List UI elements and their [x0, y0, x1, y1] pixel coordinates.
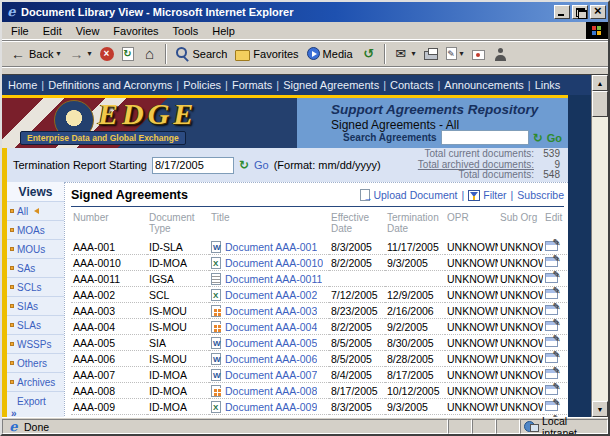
search-agreements-input[interactable] — [441, 130, 529, 145]
vertical-scrollbar[interactable]: ▲ ▼ — [591, 75, 608, 417]
document-link[interactable]: Document AAA-007 — [225, 369, 317, 381]
document-link[interactable]: Document AAA-001 — [225, 241, 317, 253]
cell-document-type: ID-MOA — [147, 367, 209, 383]
upload-document-link[interactable]: Upload Document — [360, 189, 457, 201]
cell-termination-date: 11/17/2005 — [385, 239, 445, 255]
agreements-table: NumberDocument TypeTitleEffective DateTe… — [71, 210, 567, 417]
home-button[interactable] — [138, 44, 162, 64]
refresh-button[interactable] — [118, 45, 138, 63]
cell-edit — [543, 335, 567, 351]
edit-icon[interactable] — [545, 273, 558, 283]
document-link[interactable]: Document AAA-004 — [225, 321, 317, 333]
edit-icon[interactable] — [545, 369, 558, 379]
edit-icon[interactable] — [545, 337, 558, 347]
action-label: Filter — [483, 189, 506, 201]
forward-button[interactable]: ▾ — [64, 44, 95, 64]
cell-document-type: IS-MOU — [147, 319, 209, 335]
sidebar-item-archives[interactable]: Archives — [7, 373, 64, 392]
media-button[interactable]: Media — [303, 45, 357, 62]
cell-number: AAA-006 — [71, 351, 147, 367]
browser-window: e Document Library View - Microsoft Inte… — [0, 0, 610, 436]
history-button[interactable] — [357, 44, 381, 64]
restore-button[interactable] — [572, 5, 588, 19]
edit-icon[interactable] — [545, 401, 558, 411]
sidebar-item-all[interactable]: All — [7, 202, 64, 221]
menu-help[interactable]: Help — [205, 23, 242, 39]
sidebar-export-link[interactable]: Export — [7, 392, 64, 407]
document-link[interactable]: Document AAA-009 — [225, 401, 317, 413]
edit-icon[interactable] — [545, 241, 558, 251]
print-button[interactable] — [420, 45, 442, 62]
edit-icon[interactable] — [545, 353, 558, 363]
cell-opr: UNKNOWN — [445, 255, 498, 271]
cell-edit — [543, 255, 567, 271]
minimize-button[interactable] — [554, 5, 570, 19]
stop-button[interactable] — [96, 45, 118, 63]
sidebar-more-link[interactable]: » — [7, 407, 64, 417]
edit-icon[interactable] — [545, 257, 558, 267]
edit-icon[interactable] — [545, 321, 558, 331]
dropdown-caret-icon: ▾ — [56, 49, 60, 58]
favorites-button[interactable]: Favorites — [231, 45, 302, 63]
messenger-button[interactable] — [489, 44, 513, 64]
back-icon — [10, 46, 26, 62]
sidebar-item-mous[interactable]: MOUs — [7, 240, 64, 259]
menu-favorites[interactable]: Favorites — [106, 23, 165, 39]
scroll-up-button[interactable]: ▲ — [592, 75, 608, 91]
edit-icon[interactable] — [545, 305, 558, 315]
back-button[interactable]: Back▾ — [6, 44, 64, 64]
nav-link-policies[interactable]: Policies — [183, 79, 221, 91]
filter-link[interactable]: Filter — [468, 189, 506, 201]
menu-file[interactable]: File — [4, 23, 36, 39]
search-go-link[interactable]: Go — [547, 132, 562, 144]
menu-edit[interactable]: Edit — [36, 23, 69, 39]
sidebar-item-others[interactable]: Others — [7, 354, 64, 373]
sidebar-item-wssps[interactable]: WSSPs — [7, 335, 64, 354]
document-link[interactable]: Document AAA-0011 — [225, 273, 322, 285]
nav-link-contacts[interactable]: Contacts — [390, 79, 433, 91]
scrollbar-thumb[interactable] — [592, 91, 608, 117]
nav-link-formats[interactable]: Formats — [232, 79, 272, 91]
nav-link-signed-agreements[interactable]: Signed Agreements — [283, 79, 379, 91]
nav-link-definitions-and-acronyms[interactable]: Definitions and Acronyms — [48, 79, 172, 91]
document-link[interactable]: Document AAA-006 — [225, 353, 317, 365]
sidebar-item-sias[interactable]: SIAs — [7, 297, 64, 316]
search-button[interactable]: Search — [170, 44, 232, 64]
nav-link-home[interactable]: Home — [8, 79, 37, 91]
bullet-icon — [10, 342, 14, 346]
termination-date-input[interactable] — [152, 157, 234, 174]
scrollbar-track[interactable] — [592, 117, 608, 401]
menu-tools[interactable]: Tools — [166, 23, 206, 39]
document-link[interactable]: Document AAA-008 — [225, 385, 317, 397]
edit-icon[interactable] — [545, 385, 558, 395]
termination-go-link[interactable]: Go — [254, 159, 269, 171]
document-link[interactable]: Document AAA-002 — [225, 289, 317, 301]
cell-sub-org: UNKNOWN — [498, 383, 543, 399]
cell-edit — [543, 287, 567, 303]
document-link[interactable]: Document AAA-0010 — [225, 257, 323, 269]
word-doc-icon — [211, 241, 221, 253]
nav-link-links[interactable]: Links — [535, 79, 561, 91]
document-link[interactable]: Document AAA-003 — [225, 305, 317, 317]
totals-label: Total documents: — [458, 170, 534, 181]
sidebar-item-scls[interactable]: SCLs — [7, 278, 64, 297]
column-header-opr: OPR — [445, 210, 498, 239]
document-link[interactable]: Document AAA-005 — [225, 337, 317, 349]
bullet-icon — [10, 361, 14, 365]
sidebar-item-sas[interactable]: SAs — [7, 259, 64, 278]
page-edit-button[interactable]: ▾ — [442, 45, 468, 62]
sidebar-item-moas[interactable]: MOAs — [7, 221, 64, 240]
discuss-button[interactable] — [468, 46, 489, 62]
sidebar-item-slas[interactable]: SLAs — [7, 316, 64, 335]
cell-termination-date: 9/2/2005 — [385, 319, 445, 335]
subscribe-link[interactable]: Subscribe — [517, 189, 564, 201]
close-button[interactable] — [590, 5, 606, 19]
edit-icon[interactable] — [545, 289, 558, 299]
table-row: AAA-003IS-MOUDocument AAA-0038/23/20052/… — [71, 303, 567, 319]
nav-link-announcements[interactable]: Announcements — [444, 79, 524, 91]
menu-view[interactable]: View — [69, 23, 107, 39]
cell-document-type: IGSA — [147, 271, 209, 287]
header-titles: Support Agreements Repository Signed Agr… — [297, 98, 568, 148]
cell-number: AAA-002 — [71, 287, 147, 303]
mail-button[interactable]: ▾ — [389, 44, 420, 64]
